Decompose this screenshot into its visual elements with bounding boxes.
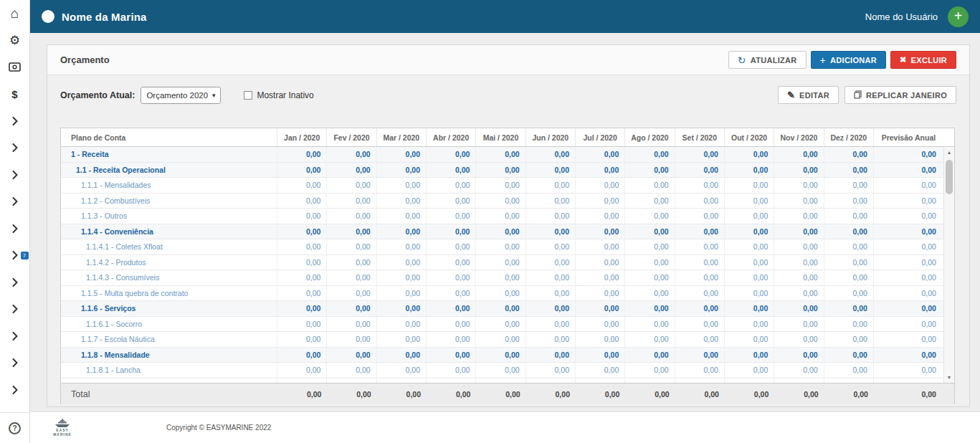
sidebar-chevron-item-1[interactable] bbox=[0, 135, 30, 162]
delete-button[interactable]: ✖ EXCLUIR bbox=[890, 51, 956, 69]
budget-card: Orçamento ↻ ATUALIZAR + ADICIONAR ✖ EXCL… bbox=[47, 44, 970, 407]
month-value-cell: 0,00 bbox=[377, 363, 427, 378]
column-header[interactable]: Ago / 2020 bbox=[625, 128, 675, 146]
table-row[interactable]: 1.1.5 - Multa quebra de contrato0,000,00… bbox=[61, 286, 943, 302]
column-header[interactable]: Nov / 2020 bbox=[774, 128, 824, 146]
account-name-cell: 1.1.6.1 - Socorro bbox=[61, 317, 277, 332]
table-row[interactable]: 1.1.3 - Outros0,000,000,000,000,000,000,… bbox=[61, 209, 943, 224]
sidebar-chevron-item-0[interactable] bbox=[0, 108, 30, 135]
month-value-cell: 0,00 bbox=[625, 255, 675, 270]
total-month-cell: 0,00 bbox=[277, 390, 327, 399]
table-row[interactable]: 1.1.8 - Mensalidade0,000,000,000,000,000… bbox=[61, 348, 943, 363]
add-button[interactable]: + ADICIONAR bbox=[811, 51, 887, 69]
annual-forecast-cell: 0,00 bbox=[874, 209, 943, 224]
table-row[interactable]: 1.1.4.1 - Coletes Xfloat0,000,000,000,00… bbox=[61, 239, 943, 255]
month-value-cell: 0,00 bbox=[774, 147, 824, 162]
table-row[interactable]: 1.1.4.2 - Produtos0,000,000,000,000,000,… bbox=[61, 255, 943, 271]
table-row[interactable]: 1.1.4 - Conveniência0,000,000,000,000,00… bbox=[61, 224, 943, 240]
total-month-cell: 0,00 bbox=[675, 390, 725, 399]
plus-icon: + bbox=[820, 55, 826, 65]
sidebar-item-payments[interactable] bbox=[0, 54, 30, 81]
chevron-down-icon: ▾ bbox=[212, 92, 216, 99]
month-value-cell: 0,00 bbox=[725, 224, 774, 239]
sidebar-chevron-item-5[interactable]: 7 bbox=[0, 242, 30, 270]
table-row[interactable]: 1.1.6.1 - Socorro0,000,000,000,000,000,0… bbox=[61, 317, 943, 333]
scroll-up-arrow-icon[interactable]: ▲ bbox=[944, 147, 954, 158]
current-budget-label: Orçamento Atual: bbox=[60, 90, 135, 100]
table-row[interactable]: 1.1.1 - Mensalidades0,000,000,000,000,00… bbox=[61, 178, 943, 194]
sidebar-chevron-item-8[interactable] bbox=[0, 323, 30, 350]
month-value-cell: 0,00 bbox=[675, 178, 725, 193]
month-value-cell: 0,00 bbox=[327, 194, 376, 209]
column-header[interactable]: Jan / 2020 bbox=[277, 128, 327, 146]
budget-select[interactable]: Orçamento 2020 ▾ bbox=[141, 87, 221, 104]
sidebar-chevron-item-2[interactable] bbox=[0, 161, 30, 189]
month-value-cell: 0,00 bbox=[277, 363, 327, 378]
table-row[interactable]: 1.1 - Receita Operacional0,000,000,000,0… bbox=[61, 163, 943, 178]
replicate-january-button[interactable]: REPLICAR JANEIRO bbox=[845, 86, 956, 104]
month-value-cell: 0,00 bbox=[327, 348, 376, 363]
table-row[interactable]: 1.1.4.3 - Consumíveis0,000,000,000,000,0… bbox=[61, 270, 943, 286]
month-value-cell: 0,00 bbox=[327, 270, 376, 285]
edit-button[interactable]: ✎ EDITAR bbox=[778, 86, 839, 104]
sidebar-chevron-item-4[interactable] bbox=[0, 215, 30, 242]
column-header[interactable]: Dez / 2020 bbox=[824, 128, 874, 146]
table-row[interactable]: 1.1.6 - Serviços0,000,000,000,000,000,00… bbox=[61, 301, 943, 317]
sidebar-help-button[interactable]: ? bbox=[0, 412, 30, 443]
sidebar-item-settings[interactable]: ⚙ bbox=[0, 27, 30, 54]
account-name-cell: 1.1.4 - Conveniência bbox=[61, 224, 277, 239]
scrollbar-thumb[interactable] bbox=[946, 160, 953, 194]
column-header[interactable]: Out / 2020 bbox=[725, 128, 774, 146]
column-header[interactable]: Previsão Anual bbox=[874, 128, 943, 146]
sidebar-chevron-item-10[interactable] bbox=[0, 376, 30, 404]
table-row[interactable]: 1.1.2 - Combustíveis0,000,000,000,000,00… bbox=[61, 194, 943, 209]
budget-toolbar: Orçamento Atual: Orçamento 2020 ▾ Mostra… bbox=[47, 75, 969, 113]
logo-text-line2: MARINE bbox=[53, 432, 72, 437]
month-value-cell: 0,00 bbox=[277, 178, 327, 193]
add-button-label: ADICIONAR bbox=[830, 56, 877, 65]
table-row[interactable]: 0,000,000,000,000,000,000,000,000,000,00… bbox=[61, 378, 943, 384]
column-header[interactable]: Abr / 2020 bbox=[427, 128, 476, 146]
vertical-scrollbar[interactable]: ▲ ▼ bbox=[943, 147, 954, 383]
month-value-cell: 0,00 bbox=[377, 317, 427, 332]
table-row[interactable]: 1.1.7 - Escola Náutica0,000,000,000,000,… bbox=[61, 332, 943, 348]
column-header[interactable]: Fev / 2020 bbox=[327, 128, 376, 146]
chevron-right-icon bbox=[12, 386, 18, 394]
column-header[interactable]: Jun / 2020 bbox=[526, 128, 576, 146]
month-value-cell: 0,00 bbox=[427, 147, 476, 162]
sidebar-chevron-item-6[interactable] bbox=[0, 269, 30, 296]
month-value-cell: 0,00 bbox=[327, 255, 376, 270]
account-name-cell: 1.1.4.3 - Consumíveis bbox=[61, 270, 277, 285]
scroll-down-arrow-icon[interactable]: ▼ bbox=[944, 372, 954, 383]
sidebar-chevron-item-7[interactable] bbox=[0, 296, 30, 323]
sidebar-item-finance[interactable]: $ bbox=[0, 81, 30, 108]
month-value-cell: 0,00 bbox=[277, 209, 327, 224]
column-header[interactable]: Set / 2020 bbox=[675, 128, 725, 146]
column-header[interactable]: Plano de Conta bbox=[61, 128, 277, 146]
column-header[interactable]: Mar / 2020 bbox=[377, 128, 427, 146]
month-value-cell: 0,00 bbox=[824, 163, 874, 178]
table-row[interactable]: 1 - Receita0,000,000,000,000,000,000,000… bbox=[61, 147, 943, 163]
month-value-cell: 0,00 bbox=[526, 378, 576, 384]
sidebar-item-home[interactable]: ⌂ bbox=[0, 0, 30, 27]
annual-forecast-cell: 0,00 bbox=[874, 301, 943, 316]
sidebar-chevron-item-3[interactable] bbox=[0, 189, 30, 216]
add-user-button[interactable]: + bbox=[948, 6, 969, 27]
user-name[interactable]: Nome do Usuário bbox=[865, 11, 938, 22]
copy-icon bbox=[854, 90, 862, 100]
table-body: 1 - Receita0,000,000,000,000,000,000,000… bbox=[61, 147, 954, 383]
column-header[interactable]: Mai / 2020 bbox=[476, 128, 525, 146]
plus-icon: + bbox=[954, 8, 963, 24]
show-inactive-checkbox[interactable] bbox=[244, 91, 252, 100]
table-row[interactable]: 1.1.8.1 - Lancha0,000,000,000,000,000,00… bbox=[61, 363, 943, 378]
month-value-cell: 0,00 bbox=[774, 239, 824, 254]
month-value-cell: 0,00 bbox=[277, 239, 327, 254]
month-value-cell: 0,00 bbox=[526, 178, 576, 193]
refresh-button[interactable]: ↻ ATUALIZAR bbox=[728, 51, 807, 69]
column-header[interactable]: Jul / 2020 bbox=[576, 128, 625, 146]
sidebar-chevron-item-9[interactable] bbox=[0, 350, 30, 377]
month-value-cell: 0,00 bbox=[625, 224, 675, 239]
month-value-cell: 0,00 bbox=[476, 147, 525, 162]
month-value-cell: 0,00 bbox=[576, 163, 625, 178]
month-value-cell: 0,00 bbox=[526, 147, 576, 162]
